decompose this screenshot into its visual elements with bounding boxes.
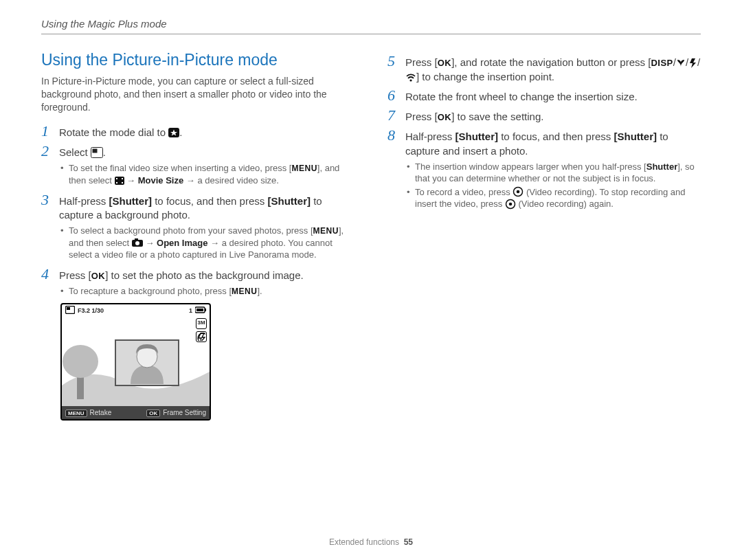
section-label: Using the Magic Plus mode — [41, 18, 167, 30]
step-text: Press [ — [59, 269, 91, 281]
bold-text: [Shutter] — [456, 131, 499, 142]
note-text: To record a video, press — [415, 187, 513, 197]
page-number: 55 — [404, 537, 413, 547]
lcd-bottombar: MENURetake OKFrame Setting — [62, 406, 210, 420]
step-text: ] to set the photo as the background ima… — [105, 269, 304, 281]
step-body: Half-press [Shutter] to focus, and then … — [59, 192, 355, 223]
bold-text: [Shutter] — [614, 131, 657, 142]
wifi-icon — [405, 72, 416, 82]
rec-icon — [513, 186, 524, 197]
note-text: The insertion window appears larger when… — [415, 161, 647, 172]
lcd-shot-count: 1 — [189, 306, 192, 315]
note-item: The insertion window appears larger when… — [407, 161, 701, 185]
lcd-bottom-right: OKFrame Setting — [146, 408, 206, 418]
step-text: to focus, and then press — [498, 131, 614, 142]
step-body: Select . — [59, 144, 355, 159]
section-header: Using the Magic Plus mode — [41, 17, 701, 31]
svg-point-25 — [63, 345, 98, 378]
bold-text: Shutter — [647, 161, 678, 172]
bold-text: [Shutter] — [109, 195, 153, 207]
step-body: Press [OK], and rotate the navigation bu… — [405, 54, 701, 84]
step-text: ] to change the insertion point. — [416, 71, 554, 82]
step-number: 2 — [41, 144, 52, 159]
step-3-notes: To select a background photo from your s… — [41, 225, 355, 261]
step-body: Press [OK] to save the setting. — [405, 108, 701, 124]
note-text: (Video recording) again. — [516, 199, 614, 209]
note-text: ]. — [257, 286, 262, 296]
step-2-notes: To set the final video size when inserti… — [41, 162, 355, 186]
lcd-top-left: F3.2 1/30 — [65, 306, 104, 315]
lcd-retake-label: Retake — [90, 409, 112, 416]
step-4-notes: To recapture a background photo, press [… — [41, 285, 355, 298]
lcd-top-right: 1 — [189, 306, 206, 315]
step-body: Half-press [Shutter] to focus, and then … — [405, 128, 701, 158]
step-number: 3 — [41, 192, 52, 208]
ok-button-label: OK — [91, 270, 106, 282]
menu-button-label: MENU — [291, 163, 317, 174]
note-text: To set the final video size when inserti… — [69, 163, 291, 173]
step-3: 3 Half-press [Shutter] to focus, and the… — [41, 192, 355, 223]
content-columns: Using the Picture-in-Picture mode In Pic… — [41, 49, 701, 421]
step-number: 6 — [387, 88, 398, 103]
star-dial-icon — [168, 128, 179, 137]
menu-button-label: MENU — [313, 225, 339, 236]
right-column: 5 Press [OK], and rotate the navigation … — [387, 49, 701, 421]
footer-label: Extended functions — [329, 537, 399, 547]
step-number: 1 — [41, 124, 52, 139]
step-body: Rotate the front wheel to change the ins… — [405, 88, 701, 104]
step-number: 5 — [387, 54, 398, 69]
note-text: To recapture a background photo, press [ — [69, 286, 232, 296]
menu-key-icon: MENU — [65, 410, 87, 417]
intro-paragraph: In Picture-in-Picture mode, you can capt… — [41, 75, 355, 114]
bold-text: Movie Size — [138, 175, 183, 186]
arrow: → — [124, 175, 138, 186]
step-text: Rotate the mode dial to — [59, 126, 168, 138]
step-body: Press [OK] to set the photo as the backg… — [59, 267, 355, 282]
step-8: 8 Half-press [Shutter] to focus, and the… — [387, 128, 701, 158]
note-item: To select a background photo from your s… — [60, 225, 355, 261]
flash-off-icon — [196, 331, 207, 342]
movie-icon — [115, 176, 124, 186]
note-item: To set the final video size when inserti… — [60, 162, 355, 186]
note-item: To record a video, press (Video recordin… — [407, 186, 701, 210]
disp-button-label: DISP — [651, 57, 673, 69]
ok-button-label: OK — [438, 111, 452, 124]
step-2: 2 Select . — [41, 144, 355, 159]
step-text: Half-press — [59, 195, 109, 207]
note-item: To recapture a background photo, press [… — [60, 285, 355, 298]
step-text: . — [103, 146, 106, 158]
step-7: 7 Press [OK] to save the setting. — [387, 108, 701, 124]
step-text: ] to save the setting. — [451, 111, 543, 122]
step-text: . — [179, 126, 182, 138]
pip-small-icon — [65, 306, 75, 314]
step-5: 5 Press [OK], and rotate the navigation … — [387, 54, 701, 84]
header-rule — [41, 34, 701, 34]
lcd-bottom-left: MENURetake — [65, 408, 111, 418]
lcd-frame-setting-label: Frame Setting — [163, 409, 206, 416]
step-6: 6 Rotate the front wheel to change the i… — [387, 88, 701, 104]
pip-mode-icon — [91, 147, 103, 158]
step-text: Select — [59, 146, 91, 158]
ok-button-label: OK — [438, 57, 452, 69]
lcd-side-icons: 3M — [196, 318, 207, 342]
step-number: 7 — [387, 108, 398, 123]
step-body: Rotate the mode dial to . — [59, 124, 355, 139]
bold-text: [Shutter] — [267, 195, 311, 207]
camera-icon — [132, 238, 143, 247]
step-text: Half-press — [405, 131, 456, 142]
step-number: 8 — [387, 128, 398, 143]
flash-icon — [688, 58, 697, 68]
macro-icon — [676, 58, 686, 67]
step-1: 1 Rotate the mode dial to . — [41, 124, 355, 139]
arrow: → — [143, 238, 157, 248]
menu-button-label: MENU — [232, 286, 257, 297]
lcd-illustration: F3.2 1/30 1 — [60, 303, 211, 421]
bold-text: Open Image — [157, 238, 207, 248]
rec-icon — [505, 199, 516, 210]
slash: / — [697, 56, 700, 68]
page-heading: Using the Picture-in-Picture mode — [41, 49, 355, 71]
note-text: To select a background photo from your s… — [69, 225, 313, 236]
step-text: Rotate the front wheel to change the ins… — [405, 91, 638, 102]
step-4: 4 Press [OK] to set the photo as the bac… — [41, 267, 355, 282]
page-footer: Extended functions 55 — [0, 537, 742, 548]
